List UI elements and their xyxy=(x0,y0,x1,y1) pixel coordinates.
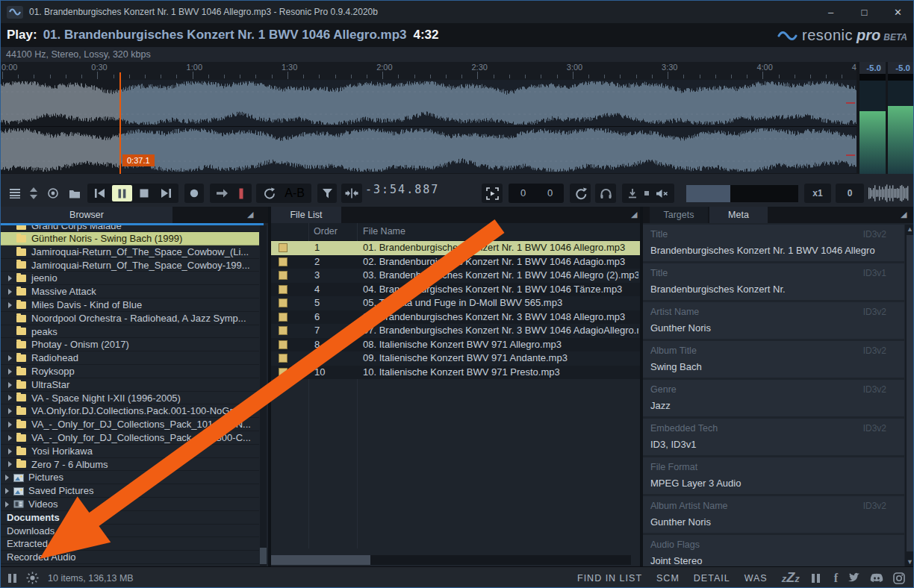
meta-field[interactable]: GenreID3v2Jazz xyxy=(643,380,904,416)
auto-advance-icon[interactable] xyxy=(212,185,231,201)
expand-arrow-icon[interactable] xyxy=(8,369,12,375)
waveform-zoom-icon[interactable] xyxy=(868,184,909,202)
column-order[interactable]: Order xyxy=(314,226,338,237)
file-row[interactable]: 303. Brandenburgisches Konzert Nr. 1 BWV… xyxy=(271,269,640,283)
pause-button[interactable] xyxy=(112,185,133,201)
status-link-detail[interactable]: DETAIL xyxy=(694,573,730,584)
status-link-was[interactable]: WAS xyxy=(744,573,768,584)
pitch-button[interactable]: 0 xyxy=(836,184,864,203)
meta-field[interactable]: Embedded TechID3v2ID3, ID3v1 xyxy=(643,419,904,455)
volume-slider[interactable] xyxy=(686,185,798,202)
meta-scroll-thumb[interactable] xyxy=(907,235,913,551)
browser-item[interactable]: peaks xyxy=(1,325,259,339)
browser-item[interactable]: VA_-_Only_for_DJ_Collections_Pack_201-30… xyxy=(1,431,259,445)
ab-loop-button[interactable]: A-B xyxy=(280,185,309,201)
queue-list-button[interactable] xyxy=(5,184,25,203)
record-target-button[interactable] xyxy=(44,184,62,203)
scroll-up-icon[interactable]: ▲ xyxy=(905,225,914,234)
browser-item[interactable]: VA - Space Night I-XII (1996-2005) xyxy=(1,392,259,405)
expand-arrow-icon[interactable] xyxy=(8,448,12,454)
time-remaining-display[interactable]: -3:54.887 xyxy=(365,183,462,196)
browser-item[interactable]: Pictures xyxy=(1,471,259,484)
close-button[interactable]: ✕ xyxy=(881,1,914,23)
expand-arrow-icon[interactable] xyxy=(8,382,12,388)
meta-field[interactable]: TitleID3v1Brandenburgisches Konzert Nr. xyxy=(643,263,904,300)
expand-arrow-icon[interactable] xyxy=(8,435,12,441)
waveform-left-channel[interactable] xyxy=(1,80,857,126)
browser-item[interactable]: Radiohead xyxy=(1,351,259,365)
marker-counters[interactable]: 0 0 xyxy=(509,184,564,203)
refresh-button[interactable] xyxy=(570,184,591,203)
column-file-name[interactable]: File Name xyxy=(363,226,405,237)
file-list-hscroll-thumb[interactable] xyxy=(271,555,370,565)
browser-item[interactable]: Recorded Audio xyxy=(1,551,259,564)
filter-button[interactable] xyxy=(317,184,337,203)
record-button[interactable] xyxy=(184,184,204,203)
tab-file-list[interactable]: File List xyxy=(271,207,341,223)
browser-item[interactable]: Zero 7 - 6 Albums xyxy=(1,458,259,472)
browser-item[interactable]: Jamiroquai-Return_Of_The_Space_Cowbow_(L… xyxy=(1,245,259,259)
browser-item[interactable]: Jamiroquai-Return_Of_The_Space_Cowboy-19… xyxy=(1,259,259,272)
browser-scroll-thumb[interactable] xyxy=(260,548,267,564)
meta-collapse-icon[interactable]: ◢ xyxy=(901,210,907,219)
expand-arrow-icon[interactable] xyxy=(5,475,9,481)
expand-arrow-icon[interactable] xyxy=(8,289,12,295)
instagram-icon[interactable] xyxy=(893,572,905,584)
tab-meta[interactable]: Meta xyxy=(709,207,768,223)
file-row[interactable]: 202. Brandenburgisches Konzert Nr. 1 BWV… xyxy=(271,255,640,269)
file-row[interactable]: 101. Brandenburgisches Konzert Nr. 1 BWV… xyxy=(271,241,640,255)
browser-scrollbar[interactable] xyxy=(260,225,267,566)
previous-track-button[interactable] xyxy=(90,185,111,201)
fit-view-button[interactable] xyxy=(341,184,362,203)
stop-button[interactable] xyxy=(134,185,155,201)
status-pause-icon[interactable] xyxy=(8,574,19,583)
browser-item[interactable]: Photay - Onism (2017) xyxy=(1,338,259,351)
file-row[interactable]: 909. Italienische Konzert BWV 971 Andant… xyxy=(271,351,640,366)
expand-arrow-icon[interactable] xyxy=(8,275,12,281)
stop-after-track-icon[interactable] xyxy=(233,185,249,201)
stop-small-icon[interactable] xyxy=(643,185,651,201)
browser-item[interactable]: Downloads xyxy=(1,525,259,538)
minimize-button[interactable]: – xyxy=(814,1,848,23)
browser-item[interactable]: VA_-_Only_for_DJ_Collections_Pack_101-20… xyxy=(1,418,259,431)
speed-button[interactable]: x1 xyxy=(804,184,831,203)
timeline-ruler[interactable]: 0:000:301:001:302:002:303:003:304:004:30 xyxy=(1,62,857,80)
file-row[interactable]: 404. Brandenburgisches Konzert Nr. 1 BWV… xyxy=(271,283,640,297)
open-folder-button[interactable] xyxy=(65,184,84,203)
status-pause-icon-right[interactable] xyxy=(812,574,822,583)
browser-tree[interactable]: Grand Corps MaladeGünther Noris - Swing … xyxy=(1,225,259,566)
meta-field[interactable]: Album TitleID3v2Swing Bach xyxy=(643,341,904,378)
loop-icon[interactable] xyxy=(258,185,279,201)
expand-arrow-icon[interactable] xyxy=(8,422,12,428)
sleep-timer-button[interactable]: zZz xyxy=(782,570,800,586)
file-row[interactable]: 808. Italienische Konzert BWV 971 Allegr… xyxy=(271,338,640,352)
file-list-collapse-icon[interactable]: ◢ xyxy=(631,210,637,219)
expand-arrow-icon[interactable] xyxy=(8,355,12,361)
maximize-button[interactable]: □ xyxy=(848,1,881,23)
headphones-button[interactable] xyxy=(595,184,616,203)
meta-scrollbar[interactable]: ▲ ▼ xyxy=(905,225,914,566)
spin-down-icon[interactable] xyxy=(30,195,37,199)
meta-field[interactable]: Album Artist NameID3v2Gunther Noris xyxy=(643,496,904,533)
expand-arrow-icon[interactable] xyxy=(8,461,12,467)
browser-item[interactable]: UltraStar xyxy=(1,378,259,392)
status-link-scm[interactable]: SCM xyxy=(656,573,680,584)
meta-field[interactable]: File FormatMPEG Layer 3 Audio xyxy=(643,457,904,494)
spin-up-icon[interactable] xyxy=(30,187,37,192)
status-link-find-in-list[interactable]: FIND IN LIST xyxy=(577,573,642,584)
file-list-hscrollbar[interactable] xyxy=(271,555,631,565)
facebook-icon[interactable]: f xyxy=(834,572,838,585)
file-row[interactable]: 505. Toccata und Fuge in D-Moll BWV 565.… xyxy=(271,296,640,310)
meta-field[interactable]: TitleID3v2Brandenburgisches Konzert Nr. … xyxy=(643,225,904,261)
record-input-icon[interactable] xyxy=(624,185,641,201)
browser-item[interactable]: Grand Corps Malade xyxy=(1,225,259,232)
twitter-icon[interactable] xyxy=(848,572,860,584)
discord-icon[interactable] xyxy=(870,573,883,584)
tab-browser[interactable]: Browser xyxy=(1,207,172,223)
file-row[interactable]: 606. Brandenburgisches Konzert Nr. 3 BWV… xyxy=(271,310,640,325)
expand-arrow-icon[interactable] xyxy=(8,302,12,308)
browser-item[interactable]: jeenio xyxy=(1,272,259,285)
brightness-icon[interactable] xyxy=(26,572,39,584)
expand-arrow-icon[interactable] xyxy=(8,408,12,414)
browser-item[interactable]: Massive Attack xyxy=(1,285,259,298)
